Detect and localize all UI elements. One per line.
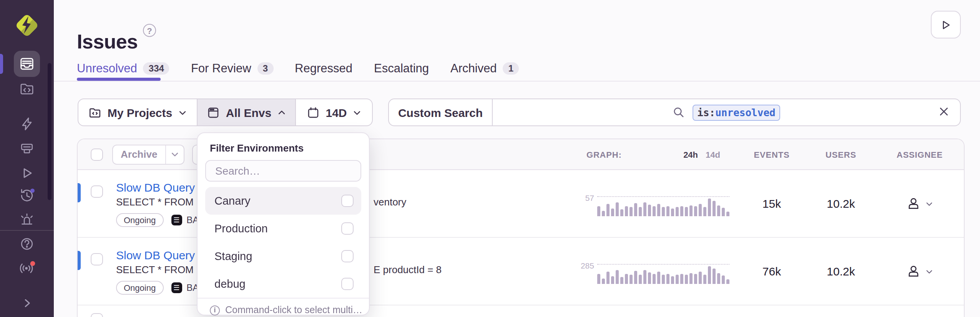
- sidebar-item-whats-new[interactable]: [0, 259, 54, 276]
- chevron-down-icon: [925, 200, 933, 207]
- tab-archived[interactable]: Archived 1: [450, 62, 519, 75]
- tab-escalating[interactable]: Escalating: [374, 62, 429, 75]
- projects-filter-button[interactable]: My Projects: [78, 99, 197, 125]
- chevron-down-icon: [178, 108, 187, 117]
- graph-peak-label: 57: [571, 193, 594, 202]
- archive-label: Archive: [113, 148, 165, 160]
- help-icon: [18, 235, 35, 252]
- sidebar-item-stats[interactable]: [0, 140, 54, 157]
- play-icon: [18, 165, 35, 182]
- sidebar-item-replays[interactable]: [0, 187, 54, 204]
- users-count: 10.2k: [827, 197, 855, 210]
- projects-filter-label: My Projects: [108, 106, 172, 119]
- tab-regressed[interactable]: Regressed: [295, 62, 352, 75]
- tab-label: Unresolved: [77, 62, 137, 75]
- archive-dropdown-arrow[interactable]: [165, 144, 183, 164]
- user-icon: [906, 264, 921, 279]
- issue-level-indicator: [78, 251, 81, 270]
- sidebar-item-releases[interactable]: [0, 165, 54, 182]
- sparkline-bars: [597, 197, 729, 216]
- user-icon: [906, 196, 921, 211]
- search-bar-group: Custom Search is:unresolved: [388, 98, 961, 126]
- environments-filter-label: All Envs: [226, 106, 271, 119]
- events-count: 76k: [762, 265, 781, 278]
- platform-icon: ☰: [171, 282, 182, 293]
- env-option-label: Staging: [214, 250, 252, 262]
- assignee-selector[interactable]: [906, 264, 933, 279]
- title-help-icon[interactable]: ?: [143, 24, 156, 37]
- sidebar-item-alerts[interactable]: [0, 211, 54, 228]
- assignee-column-header: ASSIGNEE: [897, 150, 943, 159]
- sidebar-divider: [0, 230, 54, 231]
- env-option-checkbox[interactable]: [341, 222, 354, 235]
- status-badge[interactable]: Ongoing: [116, 281, 163, 295]
- window-icon: [207, 106, 220, 119]
- page-title: Issues: [77, 30, 138, 54]
- tab-count-badge: 3: [257, 62, 273, 75]
- siren-icon: [18, 211, 35, 228]
- sidebar-item-issues[interactable]: [0, 55, 54, 72]
- sidebar-item-help[interactable]: [0, 235, 54, 252]
- platform-icon: ☰: [171, 215, 182, 225]
- issue-graph: 285: [568, 264, 737, 284]
- tab-label: Archived: [450, 62, 497, 75]
- graph-period-14d[interactable]: 14d: [706, 150, 720, 159]
- graph-peak-line: [597, 264, 729, 264]
- env-option-label: Canary: [214, 195, 251, 207]
- info-icon: i: [210, 305, 220, 315]
- select-all-checkbox[interactable]: [91, 148, 103, 161]
- dropdown-title: Filter Environments: [205, 141, 361, 160]
- page-filter-group: My Projects All Envs 1: [78, 98, 373, 126]
- env-option-checkbox[interactable]: [341, 278, 354, 290]
- tour-play-button[interactable]: [931, 11, 961, 38]
- tab-unresolved[interactable]: Unresolved 334: [77, 62, 169, 75]
- row-checkbox[interactable]: [91, 313, 103, 317]
- env-option-canary[interactable]: Canary: [205, 187, 361, 215]
- sidebar: [0, 0, 54, 317]
- issue-tabs: Unresolved 334 For Review 3 Regressed Es…: [77, 62, 519, 75]
- sidebar-item-projects[interactable]: [0, 80, 54, 97]
- graph-header-label: GRAPH:: [586, 150, 622, 159]
- environment-search-input[interactable]: [214, 164, 353, 178]
- date-range-filter-label: 14D: [326, 106, 347, 119]
- custom-search-button[interactable]: Custom Search: [389, 99, 492, 125]
- issue-graph: 57: [568, 196, 737, 216]
- env-option-production[interactable]: Production: [205, 215, 361, 242]
- clear-search-button[interactable]: [938, 106, 949, 117]
- assignee-selector[interactable]: [906, 196, 933, 211]
- graph-column-header: GRAPH: 24h 14d: [568, 150, 737, 159]
- tab-for-review[interactable]: For Review 3: [191, 62, 273, 75]
- projects-folder-icon: [88, 106, 101, 119]
- env-option-label: Production: [214, 222, 268, 235]
- footer-hint-text: Command-click to select multi…: [225, 305, 362, 315]
- env-option-debug[interactable]: debug: [205, 270, 361, 298]
- env-option-staging[interactable]: Staging: [205, 242, 361, 270]
- env-option-checkbox[interactable]: [341, 195, 354, 207]
- graph-peak-line: [597, 196, 729, 197]
- status-badge[interactable]: Ongoing: [116, 213, 163, 227]
- token-key: is:: [697, 107, 715, 118]
- environments-filter-button[interactable]: All Envs: [197, 99, 295, 125]
- broadcast-icon: [18, 259, 36, 276]
- row-checkbox[interactable]: [91, 253, 103, 265]
- graph-period-24h[interactable]: 24h: [683, 150, 698, 159]
- bulk-archive-button[interactable]: Archive: [112, 144, 184, 164]
- app-logo[interactable]: [0, 10, 54, 41]
- env-option-checkbox[interactable]: [341, 250, 354, 262]
- search-filter-token[interactable]: is:unresolved: [693, 104, 780, 120]
- row-checkbox[interactable]: [91, 185, 103, 198]
- events-column-header: EVENTS: [754, 150, 790, 159]
- events-count: 15k: [762, 197, 781, 210]
- environment-search[interactable]: [205, 160, 361, 182]
- close-icon: [938, 106, 949, 117]
- search-icon: [673, 106, 685, 118]
- sidebar-collapse-button[interactable]: [0, 295, 54, 311]
- tab-label: Regressed: [295, 62, 352, 75]
- sidebar-item-performance[interactable]: [0, 115, 54, 132]
- date-range-filter-button[interactable]: 14D: [295, 99, 372, 125]
- active-tab-underline: [77, 78, 161, 81]
- issue-search-input[interactable]: is:unresolved: [492, 99, 960, 125]
- projects-folder-icon: [18, 80, 35, 97]
- tab-label: For Review: [191, 62, 251, 75]
- environments-dropdown: Filter Environments Canary Production St…: [197, 132, 370, 315]
